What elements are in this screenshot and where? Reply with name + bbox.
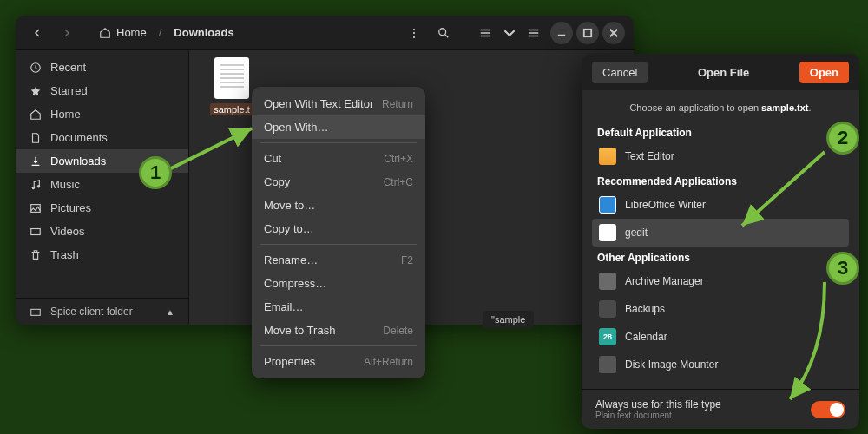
- app-disk-image-mounter[interactable]: Disk Image Mounter: [592, 351, 849, 378]
- file-item[interactable]: sample.t: [207, 57, 257, 115]
- ctx-move-to[interactable]: Move to…: [252, 194, 425, 217]
- sidebar-item-label: Videos: [50, 225, 85, 238]
- app-archive-manager[interactable]: Archive Manager: [592, 267, 849, 295]
- document-icon: [30, 132, 42, 144]
- app-text-editor[interactable]: Text Editor: [592, 142, 849, 170]
- dialog-footer: Always use for this file type Plain text…: [582, 389, 859, 429]
- ctx-open-with[interactable]: Open With…: [252, 115, 425, 139]
- music-icon: [30, 179, 42, 191]
- maximize-button[interactable]: [576, 22, 599, 44]
- chevron-right-icon: [62, 29, 71, 37]
- file-label: sample.t: [210, 103, 253, 115]
- search-button[interactable]: [431, 20, 457, 46]
- annotation-badge-2: 2: [826, 122, 859, 155]
- sidebar-item-starred[interactable]: Starred: [16, 79, 188, 102]
- vertical-dots-icon: ⋮: [408, 27, 420, 39]
- libreoffice-writer-icon: [599, 196, 616, 214]
- minimize-button[interactable]: [550, 22, 573, 44]
- app-label: Archive Manager: [625, 275, 704, 287]
- eject-icon[interactable]: ▲: [166, 307, 174, 317]
- hamburger-menu-button[interactable]: [521, 20, 547, 46]
- app-calendar[interactable]: 28Calendar: [592, 323, 849, 351]
- disk-image-mounter-icon: [599, 356, 616, 373]
- list-icon: [479, 27, 491, 39]
- section-recommended: Recommended Applications: [592, 170, 849, 191]
- context-menu: Open With Text EditorReturn Open With… C…: [252, 87, 425, 378]
- ctx-label: Open With Text Editor: [264, 97, 373, 110]
- filename-tooltip: "sample: [483, 311, 534, 328]
- sidebar-item-label: Starred: [50, 84, 88, 97]
- sidebar-item-recent[interactable]: Recent: [16, 56, 188, 79]
- trash-icon: [30, 249, 42, 261]
- ctx-shortcut: Ctrl+C: [384, 176, 413, 188]
- text-file-icon: [214, 57, 249, 99]
- sidebar-item-label: Recent: [50, 61, 86, 74]
- sidebar-item-videos[interactable]: Videos: [16, 220, 188, 243]
- home-icon: [99, 27, 111, 39]
- breadcrumb-home[interactable]: Home: [90, 23, 155, 43]
- app-label: gedit: [625, 227, 648, 239]
- folder-remote-icon: [30, 306, 42, 318]
- ctx-email[interactable]: Email…: [252, 295, 425, 319]
- breadcrumb-separator: /: [159, 26, 162, 39]
- forward-button[interactable]: [55, 21, 79, 45]
- app-libreoffice-writer[interactable]: LibreOffice Writer: [592, 191, 849, 219]
- sidebar-item-pictures[interactable]: Pictures: [16, 196, 188, 220]
- home-icon: [30, 108, 42, 121]
- maximize-icon: [582, 27, 594, 39]
- sidebar-item-label: Documents: [50, 131, 108, 144]
- clock-icon: [30, 62, 42, 74]
- svg-rect-1: [584, 29, 591, 36]
- section-default: Default Application: [592, 122, 849, 142]
- svg-point-3: [32, 186, 36, 189]
- ctx-label: Properties: [264, 355, 315, 368]
- svg-rect-7: [31, 309, 41, 315]
- sidebar-item-spice[interactable]: Spice client folder ▲: [16, 298, 188, 325]
- mime-type-label: Plain text document: [595, 411, 811, 420]
- ctx-label: Move to…: [264, 199, 315, 212]
- sidebar-item-home[interactable]: Home: [16, 102, 188, 126]
- path-menu-button[interactable]: ⋮: [401, 20, 427, 46]
- search-icon: [437, 27, 450, 39]
- sidebar-item-documents[interactable]: Documents: [16, 126, 188, 149]
- sidebar-item-label: Home: [50, 108, 81, 121]
- application-list[interactable]: Default Application Text Editor Recommen…: [582, 122, 859, 389]
- always-use-toggle[interactable]: [811, 401, 845, 418]
- section-other: Other Applications: [592, 247, 849, 267]
- close-button[interactable]: [602, 22, 625, 44]
- dialog-message: Choose an application to open sample.txt…: [582, 90, 859, 122]
- text-editor-icon: [599, 148, 616, 165]
- ctx-separator: [260, 244, 417, 245]
- ctx-shortcut: Ctrl+X: [384, 153, 413, 165]
- chevron-down-icon: [503, 27, 516, 39]
- ctx-move-to-trash[interactable]: Move to TrashDelete: [252, 319, 425, 342]
- ctx-cut[interactable]: CutCtrl+X: [252, 147, 425, 170]
- ctx-label: Email…: [264, 300, 304, 313]
- sidebar-item-label: Pictures: [50, 201, 91, 214]
- breadcrumb-current[interactable]: Downloads: [165, 23, 242, 43]
- ctx-properties[interactable]: PropertiesAlt+Return: [252, 350, 425, 373]
- cancel-button[interactable]: Cancel: [592, 62, 648, 83]
- backups-icon: [599, 300, 616, 318]
- ctx-open-with-text-editor[interactable]: Open With Text EditorReturn: [252, 92, 425, 115]
- app-label: Calendar: [625, 331, 667, 343]
- breadcrumb: Home / Downloads: [90, 23, 399, 43]
- app-gedit[interactable]: gedit: [592, 219, 849, 247]
- sidebar: Recent Starred Home Documents Downloads …: [16, 50, 189, 325]
- app-backups[interactable]: Backups: [592, 295, 849, 323]
- chevron-left-icon: [33, 29, 42, 37]
- back-button[interactable]: [25, 21, 49, 45]
- svg-point-0: [439, 28, 446, 35]
- sidebar-item-trash[interactable]: Trash: [16, 243, 188, 266]
- sidebar-item-label: Trash: [50, 248, 79, 261]
- gedit-icon: [599, 224, 616, 241]
- calendar-icon: 28: [599, 328, 616, 345]
- ctx-label: Copy: [264, 175, 290, 188]
- view-dropdown-button[interactable]: [502, 20, 517, 46]
- ctx-rename[interactable]: Rename…F2: [252, 248, 425, 272]
- ctx-compress[interactable]: Compress…: [252, 272, 425, 295]
- view-list-button[interactable]: [472, 20, 498, 46]
- ctx-copy[interactable]: CopyCtrl+C: [252, 170, 425, 194]
- open-button[interactable]: Open: [799, 62, 849, 83]
- ctx-copy-to[interactable]: Copy to…: [252, 217, 425, 240]
